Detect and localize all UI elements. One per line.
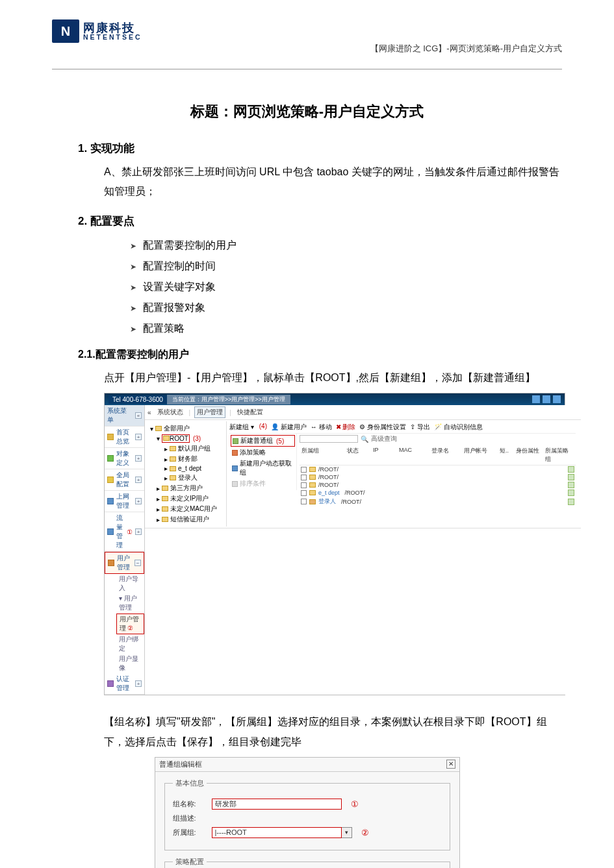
expand-icon[interactable]: +	[135, 434, 142, 440]
edit-icon[interactable]	[568, 474, 574, 480]
new-user-button[interactable]: 👤 新建用户	[271, 423, 307, 432]
expand-icon[interactable]: +	[135, 528, 142, 535]
table-row[interactable]: /ROOT/	[300, 465, 576, 473]
help-icon[interactable]	[543, 395, 550, 403]
edit-icon[interactable]	[568, 499, 574, 505]
sidebar-item-objects[interactable]: 对象定义+	[105, 448, 144, 469]
marker-2: ②	[127, 625, 133, 632]
sidebar-sub-label: 用户导入	[119, 575, 138, 591]
th: MAC	[397, 445, 429, 465]
sidebar-sub-usermgmt-parent[interactable]: ▾ 用户管理	[116, 593, 144, 613]
tree-node[interactable]: ▸短信验证用户	[157, 514, 224, 525]
tree-root[interactable]: ▾ROOT(3)	[157, 434, 224, 443]
sidebar-sub-label: 用户显像	[119, 655, 138, 671]
tree-node[interactable]: ▸登录人	[164, 473, 224, 483]
tree-all[interactable]: ▾全部用户	[150, 423, 224, 434]
folder-icon	[309, 482, 316, 488]
row-checkbox[interactable]	[301, 499, 307, 504]
tree-node[interactable]: ▸未定义IP用户	[157, 493, 224, 504]
select-parent-group[interactable]: |----ROOT	[212, 827, 342, 838]
collapse-icon[interactable]: −	[134, 560, 141, 566]
sidebar-item-auth[interactable]: 认证管理+	[105, 673, 144, 695]
folder-icon	[309, 499, 316, 504]
th: 所属策略组	[543, 445, 576, 465]
browser-icon	[107, 498, 114, 504]
edit-icon[interactable]	[568, 490, 574, 496]
expand-icon[interactable]: +	[135, 498, 142, 504]
input-group-name[interactable]: 研发部	[212, 799, 342, 810]
tree-node[interactable]: ▸财务部	[164, 454, 224, 464]
tab-sys[interactable]: 系统状态	[155, 407, 185, 417]
logo-mark: N	[52, 19, 79, 43]
sidebar-item-internet[interactable]: 上网管理+	[105, 491, 144, 512]
edit-icon[interactable]	[568, 482, 574, 488]
attr-button[interactable]: ⚙ 身份属性设置	[359, 423, 406, 432]
fieldset-policy: 策略配置 可选策略 添加(>>) 删除(<<) 已选策略	[164, 857, 450, 868]
home-icon[interactable]	[532, 395, 540, 403]
folder-icon	[162, 486, 168, 491]
close-icon[interactable]	[553, 395, 561, 403]
search-icon[interactable]: 🔍	[361, 436, 368, 443]
folder-icon	[170, 456, 176, 462]
tree-node[interactable]: ▸默认用户组	[164, 443, 224, 454]
expand-icon[interactable]: +	[135, 477, 142, 483]
sidebar-item-users[interactable]: 用户管理−	[105, 552, 144, 574]
marker-1: ①	[351, 799, 359, 809]
search-input[interactable]	[300, 435, 358, 443]
close-icon[interactable]: ✕	[446, 760, 455, 769]
sidebar-sub-import[interactable]: 用户导入	[116, 574, 144, 593]
new-normal-group[interactable]: 新建普通组(5)	[231, 435, 295, 447]
tree-node[interactable]: ▸第三方用户	[157, 483, 224, 493]
doc-header-right: 【网康进阶之 ICG】-网页浏览策略-用户自定义方式	[370, 43, 562, 55]
row-checkbox[interactable]	[301, 490, 307, 496]
sidebar: 系统菜单 « 首页总览+ 对象定义+ 全局配置+ 上网管理+ 流量管理①+ 用户…	[105, 405, 145, 695]
move-button[interactable]: ↔ 移动	[311, 423, 332, 432]
tree-label: 财务部	[178, 454, 198, 464]
tree-node[interactable]: ▸e_t dept	[164, 464, 224, 473]
row-checkbox[interactable]	[301, 475, 307, 480]
folder-icon	[170, 446, 176, 451]
sec2-pt: 配置需要控制的用户	[130, 235, 562, 256]
table-row[interactable]: 登录人/ROOT/	[300, 497, 576, 506]
export-button[interactable]: ⇪ 导出	[410, 423, 430, 432]
advanced-search[interactable]: 高级查询	[371, 434, 397, 443]
cell-name: 登录人	[318, 497, 336, 506]
edit-icon[interactable]	[568, 466, 574, 473]
sec2-pt: 配置策略	[130, 318, 562, 339]
tree-node[interactable]: ▸未定义MAC用户	[157, 504, 224, 514]
expand-icon[interactable]: +	[135, 455, 142, 462]
delete-button[interactable]: ✖ 删除	[336, 423, 356, 432]
collapse-icon[interactable]: «	[135, 412, 142, 419]
row-group-desc: 组描述:	[173, 813, 442, 823]
table-row[interactable]: e_t dept/ROOT/	[300, 489, 576, 497]
org-tree: ▾全部用户 ▾ROOT(3) ▸默认用户组 ▸财务部 ▸e_t dept ▸登录…	[147, 421, 227, 527]
sidebar-item-flow[interactable]: 流量管理①+	[105, 512, 144, 552]
row-checkbox[interactable]	[301, 467, 307, 473]
folder-icon	[162, 517, 168, 522]
expand-icon[interactable]: +	[135, 680, 142, 687]
label-parent-group: 所属组:	[173, 828, 207, 837]
auto-detect-button[interactable]: 🪄 自动识别信息	[434, 423, 483, 432]
header-divider	[52, 69, 562, 69]
tab-usermgmt[interactable]: 用户管理	[194, 406, 225, 418]
tab-quickcfg[interactable]: 快捷配置	[235, 407, 265, 417]
sidebar-item-dashboard[interactable]: 首页总览+	[105, 427, 144, 448]
folder-icon	[309, 467, 316, 472]
sidebar-item-global[interactable]: 全局配置+	[105, 469, 144, 491]
chevron-down-icon[interactable]: ▾	[342, 827, 352, 838]
table-row[interactable]: /ROOT/	[300, 473, 576, 481]
table-row[interactable]: /ROOT/	[300, 481, 576, 489]
sidebar-sub-usermgmt[interactable]: 用户管理②	[116, 614, 144, 634]
cell-path: /ROOT/	[341, 499, 387, 505]
sort-option: 排序条件	[231, 478, 295, 489]
search-row: 🔍 高级查询	[300, 434, 576, 445]
window-controls	[532, 395, 561, 403]
row-checkbox[interactable]	[301, 482, 307, 488]
sidebar-sub-bind[interactable]: 用户绑定	[116, 634, 144, 654]
new-dyn-group[interactable]: 新建用户动态获取组	[231, 458, 295, 478]
sidebar-header: 系统菜单 «	[105, 405, 144, 427]
sidebar-sub-profile[interactable]: 用户显像	[116, 654, 144, 673]
add-policy[interactable]: 添加策略	[231, 447, 295, 458]
new-group-button[interactable]: 新建组 ▾	[229, 423, 254, 432]
tabbar-collapse-icon[interactable]: «	[147, 409, 151, 416]
